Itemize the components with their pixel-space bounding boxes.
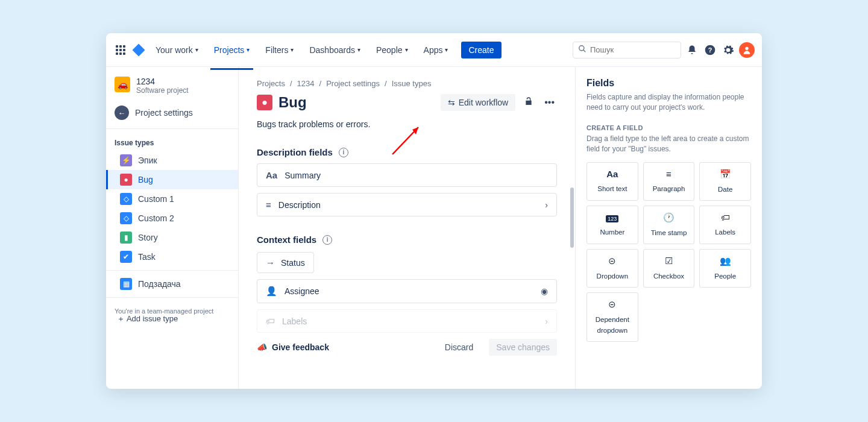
svg-point-4 bbox=[745, 46, 748, 49]
back-to-project-settings[interactable]: ← Project settings bbox=[106, 101, 238, 125]
tile-label: Time stamp bbox=[651, 229, 687, 236]
tile-label: Short text bbox=[597, 185, 627, 192]
custom-icon: ◇ bbox=[120, 212, 132, 224]
bug-icon: ● bbox=[120, 174, 132, 186]
scrollbar-thumb[interactable] bbox=[570, 187, 574, 248]
tile-label: Paragraph bbox=[653, 185, 685, 192]
field-tile-dependent-dropdown[interactable]: ⊝Dependent dropdown bbox=[587, 292, 638, 342]
profile-avatar[interactable] bbox=[739, 42, 755, 58]
svg-point-0 bbox=[579, 45, 584, 50]
create-field-caption: CREATE A FIELD bbox=[587, 124, 751, 131]
nav-apps[interactable]: Apps▾ bbox=[418, 42, 454, 58]
calendar-icon: 📅 bbox=[702, 169, 748, 180]
nav-label: Filters bbox=[265, 45, 288, 55]
more-icon[interactable]: ••• bbox=[542, 95, 557, 110]
field-labels[interactable]: 🏷 Labels › bbox=[257, 309, 557, 333]
task-icon: ✔ bbox=[120, 251, 132, 263]
settings-icon[interactable] bbox=[721, 43, 735, 57]
field-tile-date[interactable]: 📅Date bbox=[699, 162, 751, 201]
field-label: Description bbox=[278, 200, 321, 210]
field-tile-labels[interactable]: 🏷Labels bbox=[699, 206, 751, 244]
issue-type-label: Custom 1 bbox=[138, 194, 174, 204]
field-tile-people[interactable]: 👥People bbox=[699, 249, 751, 288]
discard-button[interactable]: Discard bbox=[439, 339, 479, 356]
field-tile-paragraph[interactable]: ≡Paragraph bbox=[643, 162, 695, 201]
chevron-down-icon: ▾ bbox=[405, 46, 408, 53]
field-tile-short-text[interactable]: AaShort text bbox=[587, 162, 638, 201]
breadcrumb: Projects / 1234 / Project settings / Iss… bbox=[257, 79, 557, 88]
nav-label: Apps bbox=[424, 45, 443, 55]
field-status[interactable]: → Status bbox=[257, 252, 314, 273]
section-description-fields: Description fields i bbox=[257, 147, 557, 157]
bug-icon: ● bbox=[257, 95, 272, 110]
issue-type-story[interactable]: ▮ Story bbox=[106, 228, 238, 247]
nav-label: Dashboards bbox=[309, 45, 355, 55]
field-tile-dropdown[interactable]: ⊝Dropdown bbox=[587, 249, 638, 288]
edit-workflow-label: Edit workflow bbox=[459, 98, 508, 107]
dependent-dropdown-icon: ⊝ bbox=[590, 299, 635, 310]
field-description[interactable]: ≡ Description › bbox=[257, 193, 557, 216]
tag-icon: 🏷 bbox=[266, 316, 275, 326]
nav-your-work[interactable]: Your work▾ bbox=[149, 42, 204, 58]
megaphone-icon: 📣 bbox=[257, 342, 267, 352]
svg-text:?: ? bbox=[708, 46, 712, 54]
search-box[interactable] bbox=[573, 42, 681, 58]
info-icon[interactable]: i bbox=[339, 148, 348, 157]
issue-type-custom-1[interactable]: ◇ Custom 1 bbox=[106, 189, 238, 209]
search-input[interactable] bbox=[590, 45, 676, 54]
issue-type-subtask[interactable]: ▦ Подзадача bbox=[106, 274, 238, 294]
nav-label: Projects bbox=[214, 45, 245, 55]
field-tile-number[interactable]: 123Number bbox=[587, 206, 638, 244]
field-label: Status bbox=[281, 258, 305, 268]
dropdown-icon: ⊝ bbox=[590, 256, 635, 266]
field-tile-checkbox[interactable]: ☑Checkbox bbox=[643, 249, 695, 288]
epic-icon: ⚡ bbox=[120, 154, 132, 166]
issue-type-label: Bug bbox=[138, 175, 153, 184]
breadcrumb-issue-types[interactable]: Issue types bbox=[392, 79, 432, 88]
tile-label: Labels bbox=[715, 228, 735, 236]
chevron-down-icon: ▾ bbox=[445, 46, 448, 53]
chevron-right-icon: › bbox=[545, 316, 548, 326]
give-feedback-link[interactable]: 📣 Give feedback bbox=[257, 342, 329, 352]
page-title: Bug bbox=[278, 94, 307, 111]
text-icon: Aa bbox=[590, 169, 635, 179]
nav-filters[interactable]: Filters▾ bbox=[259, 42, 300, 58]
chevron-down-icon: ▾ bbox=[195, 46, 198, 53]
issue-type-custom-2[interactable]: ◇ Custom 2 bbox=[106, 209, 238, 228]
notifications-icon[interactable] bbox=[685, 43, 699, 57]
content: Projects / 1234 / Project settings / Iss… bbox=[239, 67, 575, 389]
search-icon bbox=[578, 45, 587, 55]
edit-workflow-button[interactable]: ⇆ Edit workflow bbox=[441, 94, 515, 111]
issue-type-epic[interactable]: ⚡ Эпик bbox=[106, 151, 238, 170]
breadcrumb-settings[interactable]: Project settings bbox=[326, 79, 380, 88]
field-summary[interactable]: Aa Summary bbox=[257, 163, 557, 187]
right-panel-title: Fields bbox=[587, 78, 751, 89]
info-icon[interactable]: i bbox=[322, 235, 332, 245]
people-icon: 👥 bbox=[702, 256, 748, 266]
right-panel-fields: Fields Fields capture and display the in… bbox=[575, 67, 762, 389]
lock-icon[interactable] bbox=[521, 94, 536, 111]
custom-icon: ◇ bbox=[120, 193, 132, 205]
nav-people[interactable]: People▾ bbox=[370, 42, 414, 58]
section-label: Description fields bbox=[257, 147, 333, 157]
checkbox-icon: ☑ bbox=[646, 256, 692, 266]
issue-type-bug[interactable]: ● Bug bbox=[106, 170, 238, 189]
field-tile-timestamp[interactable]: 🕐Time stamp bbox=[643, 206, 695, 244]
tile-label: Date bbox=[718, 186, 732, 193]
add-issue-type-link[interactable]: ＋ Add issue type bbox=[106, 313, 238, 324]
breadcrumb-projects[interactable]: Projects bbox=[257, 79, 285, 88]
right-panel-subtitle: Fields capture and display the informati… bbox=[587, 92, 751, 113]
create-button[interactable]: Create bbox=[461, 42, 501, 58]
tile-label: Number bbox=[600, 228, 624, 236]
app-switcher-icon[interactable] bbox=[113, 43, 128, 57]
field-assignee[interactable]: 👤 Assignee ◉ bbox=[257, 279, 557, 303]
help-icon[interactable]: ? bbox=[703, 43, 717, 57]
save-changes-button[interactable]: Save changes bbox=[489, 339, 557, 356]
breadcrumb-project[interactable]: 1234 bbox=[297, 79, 315, 88]
nav-dashboards[interactable]: Dashboards▾ bbox=[303, 42, 366, 58]
field-label: Summary bbox=[285, 171, 321, 180]
tile-label: Dependent dropdown bbox=[596, 316, 629, 334]
nav-projects[interactable]: Projects▾ bbox=[208, 42, 256, 58]
person-circle-icon: ◉ bbox=[541, 286, 548, 296]
issue-type-task[interactable]: ✔ Task bbox=[106, 247, 238, 266]
